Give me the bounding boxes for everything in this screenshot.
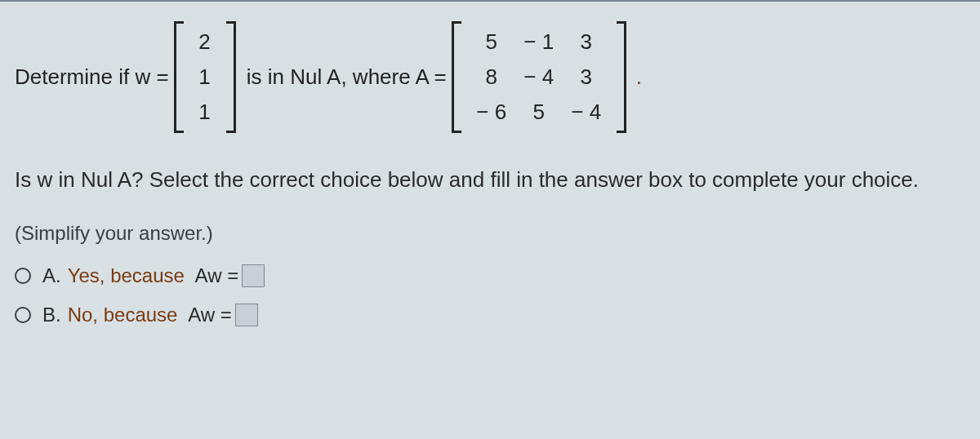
radio-icon[interactable] — [15, 268, 31, 284]
w-1: 1 — [194, 64, 216, 90]
hint-text: (Simplify your answer.) — [15, 222, 965, 245]
bracket-right-icon — [615, 21, 626, 133]
choice-a-letter: A. — [42, 264, 61, 287]
radio-icon[interactable] — [15, 307, 31, 323]
A-1-0: 8 — [480, 64, 503, 90]
A-2-1: 5 — [528, 100, 550, 125]
text-mid: is in Nul A, where A = — [241, 64, 447, 90]
choice-a-expr: Aw = — [195, 264, 239, 287]
w-2: 1 — [194, 100, 216, 125]
text-period: . — [636, 64, 642, 90]
choice-b-expr: Aw = — [188, 304, 232, 326]
A-1-2: 3 — [575, 64, 598, 90]
A-0-0: 5 — [480, 29, 503, 55]
bracket-left-icon — [174, 21, 185, 133]
answer-box-a[interactable] — [242, 264, 265, 287]
bracket-left-icon — [452, 21, 463, 133]
choice-b-label: No, because — [68, 304, 178, 326]
A-0-2: 3 — [575, 29, 598, 55]
matrix-A: 5 − 1 3 8 − 4 3 − 6 5 − 4 — [452, 21, 626, 133]
w-0: 2 — [194, 29, 216, 55]
choice-a-label: Yes, because — [68, 264, 185, 287]
text-lead: Determine if w = — [15, 64, 169, 90]
choice-a[interactable]: A. Yes, because Aw = — [15, 264, 965, 287]
answer-box-b[interactable] — [235, 304, 258, 326]
A-0-1: − 1 — [523, 29, 554, 55]
problem-panel: Determine if w = 2 1 1 is in Nul A, wher… — [0, 0, 980, 357]
A-2-0: − 6 — [476, 100, 506, 125]
vector-w: 2 1 1 — [174, 21, 236, 133]
choice-b-letter: B. — [42, 304, 61, 326]
choice-b[interactable]: B. No, because Aw = — [15, 304, 965, 326]
problem-statement: Determine if w = 2 1 1 is in Nul A, wher… — [15, 21, 965, 133]
bracket-right-icon — [225, 21, 236, 133]
A-2-2: − 4 — [571, 100, 601, 125]
A-1-1: − 4 — [523, 64, 554, 90]
question-text: Is w in Nul A? Select the correct choice… — [15, 166, 965, 194]
